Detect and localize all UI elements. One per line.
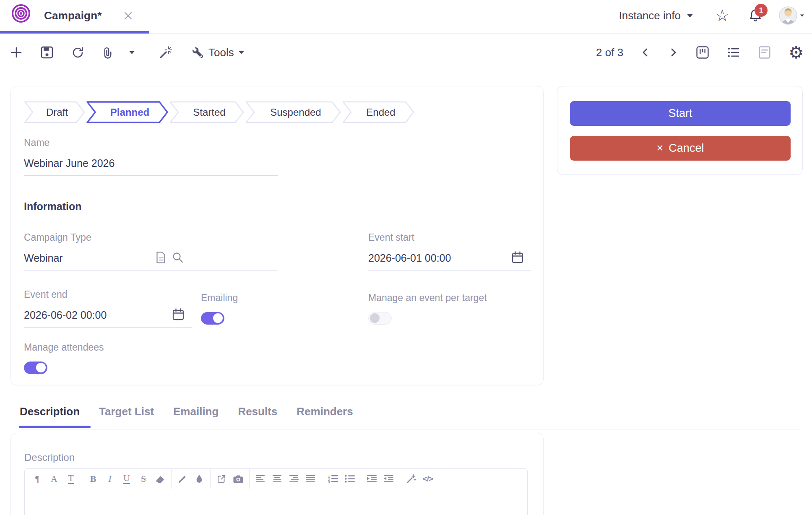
- manage-attendees-field: Manage attendees: [24, 341, 104, 374]
- event-end-input[interactable]: 2026-06-02 00:00: [24, 309, 192, 328]
- start-button[interactable]: Start: [570, 101, 791, 126]
- cancel-button[interactable]: × Cancel: [570, 136, 791, 161]
- chevron-right-icon: [668, 47, 679, 58]
- caret-down-icon: [129, 50, 135, 55]
- strikethrough-icon[interactable]: S: [141, 474, 146, 484]
- bold-icon[interactable]: B: [85, 472, 102, 486]
- toolbar-divider: [210, 469, 211, 489]
- event-start-label: Event start: [368, 231, 531, 243]
- settings-gear-icon[interactable]: ⚙: [789, 44, 804, 61]
- favorite-star-icon[interactable]: ☆: [715, 8, 729, 23]
- underline-icon[interactable]: U: [123, 473, 130, 484]
- tab-target-list[interactable]: Target List: [99, 403, 154, 418]
- previous-record-button[interactable]: [640, 47, 651, 58]
- campaign-type-input[interactable]: Webinar: [24, 252, 278, 271]
- svg-text:3: 3: [328, 480, 330, 483]
- insert-link-icon[interactable]: [213, 472, 230, 486]
- toolbar-divider: [249, 469, 250, 489]
- clean-formatting-wand-icon[interactable]: [403, 472, 419, 486]
- tools-menu[interactable]: Tools: [190, 46, 245, 60]
- align-justify-icon[interactable]: [302, 472, 319, 486]
- toolbar-divider: [82, 469, 82, 489]
- insert-image-icon[interactable]: [230, 472, 247, 486]
- app-logo[interactable]: [11, 3, 31, 23]
- description-editor[interactable]: [24, 489, 528, 515]
- instance-info-menu[interactable]: Instance info: [619, 9, 693, 22]
- stage-suspended[interactable]: Suspended: [245, 101, 341, 123]
- italic-icon[interactable]: I: [102, 472, 118, 486]
- unordered-list-icon[interactable]: [341, 472, 358, 486]
- outdent-icon[interactable]: [380, 472, 397, 486]
- user-menu[interactable]: [779, 6, 804, 25]
- chevron-left-icon: [640, 47, 651, 58]
- chevron-down-icon: [687, 13, 693, 18]
- notifications-button[interactable]: 1: [748, 8, 763, 23]
- stage-pipeline: Draft Planned Started Suspended Ended: [24, 101, 414, 123]
- emailing-toggle[interactable]: [201, 312, 224, 325]
- ordered-list-icon[interactable]: 123: [325, 472, 341, 486]
- tab-description[interactable]: Description: [20, 403, 80, 418]
- detail-view-button[interactable]: [757, 45, 772, 60]
- indent-icon[interactable]: [364, 472, 380, 486]
- kanban-view-button[interactable]: [695, 45, 710, 60]
- toolbar-right: 2 of 3 ⚙: [596, 34, 804, 71]
- code-view-icon[interactable]: </>: [419, 472, 436, 486]
- event-start-field: Event start 2026-06-01 00:00: [368, 231, 531, 271]
- font-family-icon[interactable]: A: [46, 472, 62, 486]
- tab-reminders[interactable]: Reminders: [297, 403, 353, 418]
- eraser-icon[interactable]: [152, 472, 169, 486]
- stage-draft[interactable]: Draft: [24, 101, 85, 123]
- campaign-type-label: Campaign Type: [24, 231, 278, 243]
- magic-wand-icon: [159, 45, 173, 60]
- toolbar-divider: [400, 469, 400, 489]
- brush-icon[interactable]: [174, 472, 191, 486]
- logo-target-icon: [11, 4, 31, 23]
- emailing-field: Emailing: [201, 292, 238, 325]
- manage-attendees-toggle[interactable]: [24, 362, 47, 374]
- plus-icon: [10, 46, 23, 59]
- close-icon: ×: [657, 143, 664, 154]
- refresh-button[interactable]: [71, 46, 85, 60]
- campaign-detail-card: Draft Planned Started Suspended Ended Na…: [10, 86, 544, 385]
- calendar-icon[interactable]: [511, 251, 524, 264]
- wrench-icon: [190, 46, 204, 60]
- next-record-button[interactable]: [668, 47, 679, 58]
- magic-button[interactable]: [159, 45, 173, 60]
- close-tab-icon[interactable]: [123, 10, 133, 21]
- list-view-button[interactable]: [726, 45, 741, 60]
- event-end-field: Event end 2026-06-02 00:00: [24, 289, 192, 328]
- event-start-input[interactable]: 2026-06-01 00:00: [368, 252, 531, 271]
- stage-started[interactable]: Started: [169, 101, 244, 123]
- align-right-icon[interactable]: [286, 472, 302, 486]
- save-button[interactable]: [40, 45, 54, 60]
- stage-ended[interactable]: Ended: [342, 101, 414, 123]
- create-button[interactable]: [10, 46, 23, 59]
- open-record-icon[interactable]: [154, 251, 167, 264]
- manage-event-per-target-toggle[interactable]: [368, 312, 392, 325]
- toolbar-left: Tools: [10, 34, 245, 71]
- calendar-icon[interactable]: [172, 308, 185, 321]
- toolbar-divider: [361, 469, 361, 489]
- attachment-button[interactable]: [102, 46, 115, 59]
- save-icon: [40, 45, 54, 60]
- paragraph-style-icon[interactable]: ¶: [29, 472, 46, 486]
- section-divider: [24, 215, 530, 215]
- name-input[interactable]: Webinar June 2026: [24, 157, 278, 176]
- attachment-dropdown[interactable]: [129, 50, 135, 55]
- search-icon[interactable]: [171, 251, 185, 264]
- list-icon: [726, 45, 741, 60]
- align-center-icon[interactable]: [269, 472, 286, 486]
- text-height-icon[interactable]: T: [68, 473, 73, 484]
- tab-emailing[interactable]: Emailing: [173, 403, 219, 418]
- record-tab-title: Campaign*: [44, 9, 102, 22]
- tools-label: Tools: [208, 46, 234, 59]
- tab-results[interactable]: Results: [238, 403, 277, 418]
- record-toolbar: Tools 2 of 3: [0, 34, 812, 71]
- notification-count-badge: 1: [755, 4, 768, 17]
- section-title: Information: [24, 200, 82, 213]
- record-tab[interactable]: Campaign*: [44, 0, 133, 31]
- align-left-icon[interactable]: [252, 472, 269, 486]
- stage-planned[interactable]: Planned: [86, 101, 168, 123]
- avatar: [779, 6, 797, 25]
- color-droplet-icon[interactable]: [191, 472, 208, 486]
